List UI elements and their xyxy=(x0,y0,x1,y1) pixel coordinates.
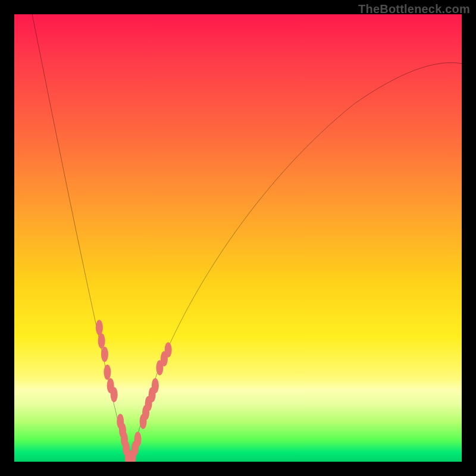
watermark-text: TheBottleneck.com xyxy=(358,2,470,16)
chart-frame: TheBottleneck.com xyxy=(0,0,476,476)
svg-point-19 xyxy=(152,378,159,393)
highlight-points xyxy=(96,320,172,462)
svg-point-22 xyxy=(165,342,172,358)
svg-point-3 xyxy=(104,365,111,380)
svg-point-2 xyxy=(101,347,108,362)
svg-point-14 xyxy=(134,432,142,447)
svg-point-5 xyxy=(111,387,118,402)
marker-layer xyxy=(14,14,462,462)
plot-area xyxy=(14,14,462,462)
svg-point-1 xyxy=(98,333,105,349)
svg-point-0 xyxy=(96,320,103,336)
